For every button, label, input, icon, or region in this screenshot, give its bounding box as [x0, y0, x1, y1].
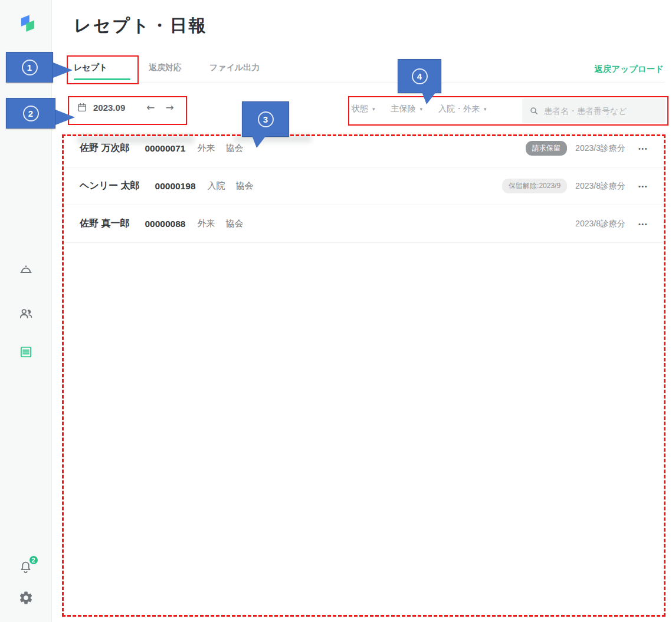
status-badge: 請求保留	[526, 141, 567, 156]
filter-inpatient-outpatient-label: 入院・外来	[438, 104, 480, 114]
chevron-down-icon: ▾	[372, 106, 375, 112]
patient-name: 佐野 真一郎	[80, 218, 129, 230]
page-title: レセプト・日報	[74, 14, 208, 38]
more-options-icon[interactable]: •••	[638, 183, 648, 190]
more-options-icon[interactable]: •••	[638, 221, 648, 228]
tab-return-handling-label: 返戻対応	[149, 62, 182, 72]
prev-month-button[interactable]: ←	[144, 101, 157, 113]
insurance-type: 協会	[225, 218, 243, 229]
tab-return-handling[interactable]: 返戻対応	[149, 62, 182, 73]
callout-2-pointer	[55, 110, 75, 125]
insurance-type: 協会	[236, 180, 254, 192]
sidebar: 2	[0, 0, 52, 622]
filter-inpatient-outpatient-dropdown[interactable]: 入院・外来 ▾	[438, 104, 487, 114]
patient-number: 00000088	[145, 219, 185, 229]
app-logo-icon	[18, 13, 38, 34]
more-options-icon[interactable]: •••	[638, 145, 648, 152]
patients-icon[interactable]	[18, 305, 34, 322]
notification-badge: 2	[28, 555, 39, 565]
patient-number: 00000071	[145, 143, 185, 154]
receipt-list: 佐野 万次郎 00000071 外来 協会 請求保留 2023/3診療分 •••…	[62, 130, 666, 243]
visit-type: 外来	[197, 143, 215, 154]
callout-3: 3	[242, 101, 289, 137]
receipt-row[interactable]: 佐野 真一郎 00000088 外来 協会 2023/8診療分 •••	[62, 205, 666, 243]
insurance-type: 協会	[225, 143, 243, 154]
patient-search	[522, 98, 666, 123]
calendar-icon[interactable]	[77, 102, 87, 113]
month-label[interactable]: 2023.09	[93, 103, 125, 113]
filter-status-dropdown[interactable]: 状態 ▾	[352, 104, 375, 114]
treatment-period: 2023/8診療分	[575, 219, 625, 229]
treatment-period: 2023/8診療分	[575, 181, 625, 192]
patient-name: ヘンリー 太郎	[80, 180, 140, 192]
filter-group: 状態 ▾ 主保険 ▾ 入院・外来 ▾	[352, 104, 487, 114]
status-badge: 保留解除:2023/9	[502, 179, 567, 193]
receipt-row[interactable]: ヘンリー 太郎 00000198 入院 協会 保留解除:2023/9 2023/…	[62, 167, 666, 205]
callout-3-number: 3	[258, 111, 274, 127]
callout-2: 2	[6, 98, 55, 129]
filter-insurance-dropdown[interactable]: 主保険 ▾	[391, 104, 423, 114]
patient-name: 佐野 万次郎	[80, 142, 129, 154]
filter-status-label: 状態	[352, 104, 368, 114]
reception-bell-icon[interactable]	[18, 261, 34, 278]
tab-bar: レセプト 返戻対応 ファイル出力 返戻アップロード	[52, 59, 672, 83]
chevron-down-icon: ▾	[420, 106, 423, 112]
visit-type: 外来	[197, 218, 215, 229]
app-window: 2 レセプト・日報 レセプト 返戻対応 ファイル出力 返戻アップロード	[0, 0, 672, 622]
chevron-down-icon: ▾	[484, 106, 487, 112]
return-upload-link[interactable]: 返戻アップロード	[594, 64, 664, 75]
patient-number: 00000198	[155, 181, 196, 192]
tab-file-output[interactable]: ファイル出力	[209, 62, 260, 73]
callout-4-pointer	[422, 92, 436, 104]
callout-3-pointer	[252, 136, 266, 148]
settings-gear-icon[interactable]	[18, 590, 34, 606]
callout-4: 4	[398, 59, 441, 93]
callout-2-number: 2	[23, 106, 39, 121]
tab-receipt-label: レセプト	[74, 62, 107, 72]
visit-type: 入院	[208, 180, 225, 192]
treatment-period: 2023/3診療分	[575, 143, 625, 154]
callout-4-number: 4	[412, 68, 428, 84]
month-picker: 2023.09 ← →	[77, 101, 176, 113]
tabbar-divider	[74, 83, 664, 83]
callout-1-pointer	[53, 62, 73, 78]
toolbar: 2023.09 ← → 状態 ▾ 主保険 ▾ 入院・外来 ▾	[52, 94, 672, 127]
receipt-list-icon[interactable]	[18, 344, 34, 360]
tab-file-output-label: ファイル出力	[209, 62, 260, 72]
notification-bell-icon[interactable]: 2	[18, 559, 34, 575]
search-input[interactable]	[544, 106, 658, 116]
next-month-button[interactable]: →	[163, 101, 176, 113]
filter-insurance-label: 主保険	[391, 104, 416, 114]
active-tab-underline	[74, 78, 130, 80]
main-content: レセプト・日報 レセプト 返戻対応 ファイル出力 返戻アップロード	[52, 0, 672, 622]
blurred-text-artifact	[77, 136, 194, 143]
callout-1-number: 1	[22, 60, 38, 75]
tab-receipt[interactable]: レセプト	[74, 62, 130, 73]
search-icon	[529, 106, 539, 116]
callout-1: 1	[6, 52, 53, 83]
